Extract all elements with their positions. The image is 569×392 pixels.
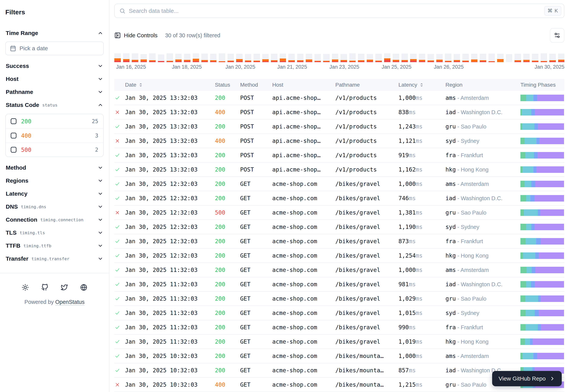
table-row[interactable]: Jan 30, 2025 12:32:03500GETacme-shop.com… [114,206,564,220]
header-date[interactable]: Date [123,82,213,88]
section-connection[interactable]: Connection timing.connection [5,213,104,226]
table-row[interactable]: Jan 30, 2025 12:32:03200GETacme-shop.com… [114,249,564,263]
header-method[interactable]: Method [238,82,270,88]
timeline-bar[interactable] [158,53,165,62]
timeline-bar[interactable] [514,53,521,62]
sort-icon[interactable] [419,83,424,87]
section-success[interactable]: Success [5,59,104,72]
header-pathname[interactable]: Pathname [333,82,397,88]
view-github-repo-button[interactable]: View GitHub Repo [492,371,562,386]
timeline-bar[interactable] [253,53,260,62]
header-host[interactable]: Host [270,82,333,88]
timeline-bar[interactable] [341,53,347,62]
timeline-bar[interactable] [402,53,408,62]
timeline-bar[interactable] [462,53,469,62]
table-row[interactable]: Jan 30, 2025 12:32:03200GETacme-shop.com… [114,220,564,234]
table-row[interactable]: Jan 30, 2025 11:32:03200GETacme-shop.com… [114,335,564,349]
timeline-bar[interactable] [271,53,278,62]
checkbox[interactable] [11,118,16,124]
table-row[interactable]: Jan 30, 2025 13:32:03200POSTapi.acme-sho… [114,120,564,134]
timeline-bar[interactable] [506,53,513,62]
section-transfer[interactable]: Transfer timing.transfer [5,252,104,265]
timeline-bar[interactable] [280,53,286,62]
timeline-bar[interactable] [541,53,547,62]
timeline-bar[interactable] [123,53,130,62]
table-row[interactable]: Jan 30, 2025 10:32:03200GETacme-shop.com… [114,349,564,363]
timeline-bar[interactable] [558,53,565,62]
timeline-bar[interactable] [323,53,330,62]
timeline-bar[interactable] [227,53,234,62]
table-row[interactable]: Jan 30, 2025 13:32:03200POSTapi.acme-sho… [114,163,564,177]
timeline-bar[interactable] [349,53,356,62]
timeline-bar[interactable] [297,53,304,62]
table-row[interactable]: Jan 30, 2025 11:32:03200GETacme-shop.com… [114,263,564,277]
openstatus-link[interactable]: OpenStatus [55,299,84,305]
timeline-bar[interactable] [393,53,399,62]
timeline-bar[interactable] [132,53,138,62]
timeline-bar[interactable] [149,53,156,62]
section-status-code[interactable]: Status Code status [5,98,104,112]
timeline-bar[interactable] [306,53,312,62]
table-row[interactable]: Jan 30, 2025 13:32:03400POSTapi.acme-sho… [114,134,564,148]
globe-icon[interactable] [80,283,88,292]
section-tls[interactable]: TLS timing.tls [5,226,104,239]
timeline-bar[interactable] [384,53,391,62]
section-pathname[interactable]: Pathname [5,85,104,98]
theme-toggle-sun-icon[interactable] [21,283,29,292]
section-dns[interactable]: DNS timing.dns [5,200,104,213]
timeline-bar[interactable] [210,53,217,62]
table-row[interactable]: Jan 30, 2025 11:32:03200GETacme-shop.com… [114,292,564,306]
timeline-bar[interactable] [367,53,373,62]
timeline-bar[interactable] [471,53,478,62]
table-row[interactable]: Jan 30, 2025 13:32:03200POSTapi.acme-sho… [114,148,564,163]
timeline-bar[interactable] [140,53,147,62]
timeline-bar[interactable] [245,53,251,62]
timeline-bar[interactable] [167,53,173,62]
status-option-500[interactable]: 500 2 [6,142,103,157]
date-picker-input[interactable]: Pick a date [5,42,104,55]
timeline-bar[interactable] [184,53,190,62]
timeline-bar[interactable] [488,53,495,62]
timeline-bar[interactable] [236,53,243,62]
status-option-200[interactable]: 200 25 [6,114,103,128]
timeline-bar[interactable] [532,53,538,62]
timeline-bar[interactable] [497,53,504,62]
timeline-bar[interactable] [410,53,416,62]
timeline-bar[interactable] [201,53,208,62]
status-option-400[interactable]: 400 3 [6,128,103,142]
header-region[interactable]: Region [444,82,518,88]
timeline-bar[interactable] [436,53,443,62]
hide-controls-button[interactable]: Hide Controls [114,32,158,39]
section-time-range[interactable]: Time Range [5,27,104,40]
timeline-bar[interactable] [219,53,225,62]
search-input[interactable] [129,8,541,14]
table-row[interactable]: Jan 30, 2025 12:32:03200GETacme-shop.com… [114,177,564,191]
timeline-bar[interactable] [315,53,321,62]
sort-icon[interactable] [138,83,143,87]
table-row[interactable]: Jan 30, 2025 13:32:03200POSTapi.acme-sho… [114,91,564,105]
section-regions[interactable]: Regions [5,174,104,187]
table-row[interactable]: Jan 30, 2025 12:32:03200GETacme-shop.com… [114,191,564,206]
timeline-bar[interactable] [358,53,364,62]
timeline-bar[interactable] [523,53,530,62]
table-row[interactable]: Jan 30, 2025 11:32:03200GETacme-shop.com… [114,306,564,320]
timeline-bar[interactable] [175,53,182,62]
github-icon[interactable] [41,283,49,292]
table-row[interactable]: Jan 30, 2025 11:32:03200GETacme-shop.com… [114,320,564,335]
twitter-icon[interactable] [60,283,69,292]
table-row[interactable]: Jan 30, 2025 11:32:03200GETacme-shop.com… [114,277,564,292]
table-row[interactable]: Jan 30, 2025 13:32:03400POSTapi.acme-sho… [114,105,564,120]
timeline-bar[interactable] [332,53,338,62]
timeline-bar[interactable] [445,53,451,62]
table-row[interactable]: Jan 30, 2025 12:32:03200GETacme-shop.com… [114,234,564,249]
timeline-bar[interactable] [480,53,486,62]
checkbox[interactable] [11,147,16,153]
header-latency[interactable]: Latency [397,82,444,88]
timeline-bar[interactable] [193,53,199,62]
section-ttfb[interactable]: TTFB timing.ttfb [5,239,104,252]
timeline-bar[interactable] [262,53,269,62]
timeline-bar[interactable] [375,53,382,62]
section-host[interactable]: Host [5,72,104,85]
timeline-bar[interactable] [114,53,121,62]
section-method[interactable]: Method [5,161,104,174]
